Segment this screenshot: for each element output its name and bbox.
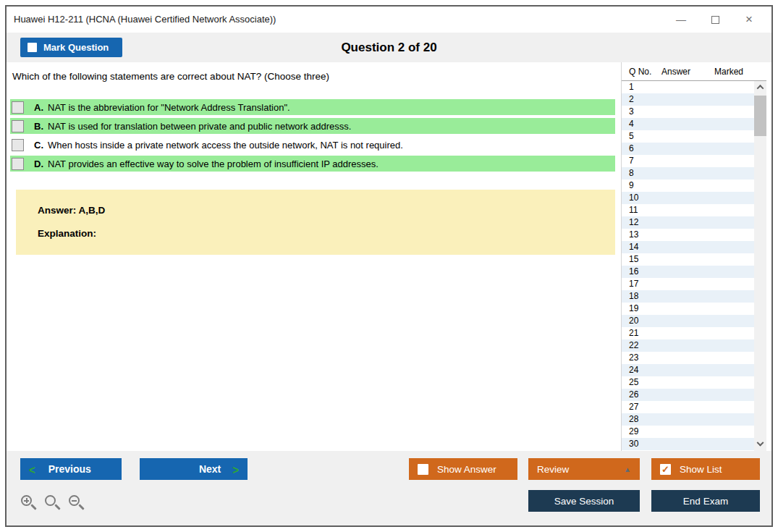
question-list-row[interactable]: 14 (622, 241, 754, 253)
question-list-row[interactable]: 6 (622, 143, 754, 155)
question-list-panel: Q No. Answer Marked 12345678910111213141… (621, 62, 766, 451)
maximize-icon (711, 16, 719, 24)
mark-question-checkbox[interactable] (28, 43, 37, 52)
chevron-up-icon (757, 85, 764, 92)
option-d[interactable]: D. NAT provides an effective way to solv… (10, 156, 615, 172)
chevron-right-icon: > (232, 462, 239, 476)
save-session-button[interactable]: Save Session (528, 490, 640, 512)
title-bar: Huawei H12-211 (HCNA (Huawei Certified N… (7, 7, 771, 33)
question-list-row[interactable]: 21 (622, 327, 754, 339)
zoom-in-icon[interactable] (20, 494, 38, 512)
review-button[interactable]: Review ▲ (528, 458, 640, 480)
question-list-row[interactable]: 25 (622, 376, 754, 389)
question-list-row[interactable]: 2 (622, 93, 754, 106)
zoom-out-icon[interactable] (68, 494, 85, 512)
options-list: A. NAT is the abbreviation for "Network … (10, 99, 615, 174)
question-list-row[interactable]: 17 (622, 278, 754, 290)
show-list-button[interactable]: ✓ Show List (651, 458, 760, 480)
header-strip: Question 2 of 20 Mark Question (7, 33, 771, 62)
option-b[interactable]: B. NAT is used for translation between p… (10, 118, 615, 134)
zoom-reset-icon[interactable] (44, 494, 62, 512)
scroll-down-button[interactable] (754, 439, 766, 451)
chevron-down-icon (757, 439, 764, 447)
column-marked: Marked (714, 67, 743, 77)
footer-bar: < Previous Next > Show Answer Review ▲ ✓… (7, 451, 771, 525)
answer-box: Answer: A,B,D Explanation: (16, 190, 615, 255)
option-a[interactable]: A. NAT is the abbreviation for "Network … (10, 99, 615, 115)
next-button[interactable]: Next > (140, 458, 248, 480)
column-qno: Q No. (629, 67, 651, 77)
question-list-row[interactable]: 13 (622, 229, 754, 241)
question-list-row[interactable]: 7 (622, 155, 754, 167)
option-text: NAT provides an effective way to solve t… (48, 159, 379, 169)
option-c[interactable]: C. When hosts inside a private network a… (10, 137, 615, 153)
mark-question-button[interactable]: Mark Question (20, 38, 122, 57)
question-list-row[interactable]: 10 (622, 192, 754, 204)
show-list-label: Show List (680, 464, 722, 475)
question-list-row[interactable]: 19 (622, 303, 754, 315)
minimize-button[interactable]: — (669, 7, 693, 33)
save-session-label: Save Session (554, 496, 614, 507)
option-letter: B. (34, 121, 43, 132)
option-a-checkbox[interactable] (12, 101, 24, 114)
zoom-controls (20, 494, 85, 512)
question-list-row[interactable]: 5 (622, 130, 754, 143)
question-list-row[interactable]: 12 (622, 216, 754, 229)
show-answer-checkbox[interactable] (418, 464, 428, 475)
end-exam-label: End Exam (683, 496, 728, 507)
checkmark-icon: ✓ (661, 465, 669, 474)
question-list-row[interactable]: 18 (622, 290, 754, 303)
question-list-row[interactable]: 23 (622, 352, 754, 364)
question-list-row[interactable]: 15 (622, 253, 754, 266)
answer-label: Answer: A,B,D (38, 205, 615, 216)
option-letter: C. (34, 140, 43, 151)
option-text: When hosts inside a private network acce… (48, 140, 403, 151)
question-list-row[interactable]: 26 (622, 389, 754, 401)
question-list-row[interactable]: 1 (622, 81, 754, 93)
question-list-row[interactable]: 16 (622, 266, 754, 278)
previous-label: Previous (48, 463, 91, 475)
close-icon: × (745, 12, 753, 27)
review-label: Review (537, 464, 569, 475)
question-list-row[interactable]: 4 (622, 118, 754, 130)
question-list-row[interactable]: 3 (622, 106, 754, 118)
explanation-label: Explanation: (38, 228, 615, 239)
show-list-checkbox[interactable]: ✓ (660, 464, 671, 475)
close-button[interactable]: × (737, 7, 761, 33)
question-list-row[interactable]: 28 (622, 413, 754, 426)
scrollbar-thumb[interactable] (754, 96, 766, 136)
option-letter: A. (34, 102, 43, 113)
option-text: NAT is the abbreviation for "Network Add… (48, 102, 290, 113)
question-list-header: Q No. Answer Marked (622, 62, 766, 81)
question-list-row[interactable]: 8 (622, 167, 754, 180)
question-text: Which of the following statements are co… (12, 71, 329, 82)
next-label: Next (199, 463, 221, 475)
option-c-checkbox[interactable] (12, 139, 24, 151)
question-list-row[interactable]: 9 (622, 180, 754, 192)
question-list-row[interactable]: 29 (622, 426, 754, 438)
minimize-icon: — (676, 14, 686, 25)
question-list-row[interactable]: 22 (622, 339, 754, 352)
option-text: NAT is used for translation between priv… (48, 121, 351, 132)
question-list-row[interactable]: 20 (622, 315, 754, 327)
previous-button[interactable]: < Previous (20, 458, 122, 480)
question-list-body: 1234567891011121314151617181920212223242… (622, 81, 754, 451)
arrow-up-icon: ▲ (624, 465, 631, 473)
column-answer: Answer (661, 67, 690, 77)
question-list-row[interactable]: 11 (622, 204, 754, 216)
question-list-row[interactable]: 24 (622, 364, 754, 376)
question-list-scrollbar[interactable] (754, 81, 766, 451)
option-d-checkbox[interactable] (12, 158, 24, 170)
show-answer-button[interactable]: Show Answer (409, 458, 517, 480)
app-window: Huawei H12-211 (HCNA (Huawei Certified N… (5, 5, 773, 527)
window-title: Huawei H12-211 (HCNA (Huawei Certified N… (14, 7, 276, 33)
question-list-row[interactable]: 30 (622, 438, 754, 450)
maximize-button[interactable] (703, 7, 727, 33)
mark-question-label: Mark Question (43, 42, 109, 53)
option-letter: D. (34, 159, 43, 169)
end-exam-button[interactable]: End Exam (651, 490, 760, 512)
scroll-up-button[interactable] (754, 81, 766, 93)
chevron-left-icon: < (29, 462, 35, 476)
option-b-checkbox[interactable] (12, 120, 24, 132)
question-list-row[interactable]: 27 (622, 401, 754, 413)
